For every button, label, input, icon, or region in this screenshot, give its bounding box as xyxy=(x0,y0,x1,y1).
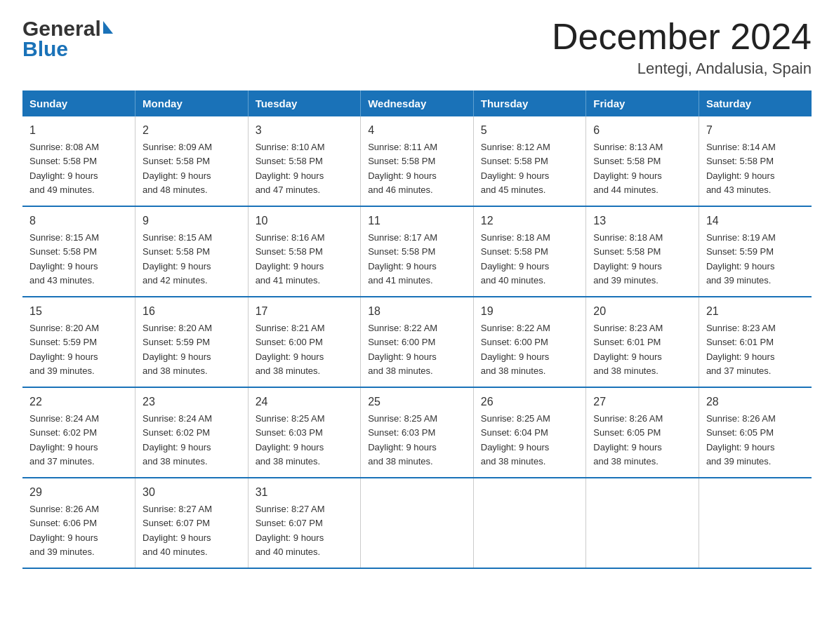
day-number: 10 xyxy=(256,213,354,229)
calendar-cell: 12Sunrise: 8:18 AMSunset: 5:58 PMDayligh… xyxy=(473,206,586,297)
day-number: 22 xyxy=(29,394,128,410)
day-number: 29 xyxy=(29,484,128,501)
weekday-header-wednesday: Wednesday xyxy=(361,90,474,116)
calendar-cell: 24Sunrise: 8:25 AMSunset: 6:03 PMDayligh… xyxy=(248,387,361,478)
day-info: Sunrise: 8:23 AMSunset: 6:01 PMDaylight:… xyxy=(706,323,776,376)
calendar-cell xyxy=(586,478,699,568)
day-info: Sunrise: 8:15 AMSunset: 5:58 PMDaylight:… xyxy=(143,232,212,286)
day-info: Sunrise: 8:12 AMSunset: 5:58 PMDaylight:… xyxy=(481,142,550,195)
day-info: Sunrise: 8:26 AMSunset: 6:05 PMDaylight:… xyxy=(593,413,663,467)
day-number: 23 xyxy=(143,394,241,410)
day-number: 8 xyxy=(29,213,128,229)
logo-arrow-icon xyxy=(103,21,113,34)
weekday-header-tuesday: Tuesday xyxy=(248,90,361,116)
day-number: 17 xyxy=(256,303,354,320)
day-info: Sunrise: 8:25 AMSunset: 6:03 PMDaylight:… xyxy=(256,413,325,467)
day-number: 30 xyxy=(143,484,241,501)
day-number: 3 xyxy=(256,122,354,139)
day-info: Sunrise: 8:19 AMSunset: 5:59 PMDaylight:… xyxy=(706,232,776,286)
day-number: 7 xyxy=(706,122,805,139)
calendar-cell: 22Sunrise: 8:24 AMSunset: 6:02 PMDayligh… xyxy=(22,387,135,478)
calendar-week-row: 29Sunrise: 8:26 AMSunset: 6:06 PMDayligh… xyxy=(22,478,812,568)
day-info: Sunrise: 8:14 AMSunset: 5:58 PMDaylight:… xyxy=(706,142,776,195)
day-number: 21 xyxy=(706,303,805,320)
day-info: Sunrise: 8:11 AMSunset: 5:58 PMDaylight:… xyxy=(368,142,437,195)
calendar-week-row: 1Sunrise: 8:08 AMSunset: 5:58 PMDaylight… xyxy=(22,116,812,206)
day-info: Sunrise: 8:10 AMSunset: 5:58 PMDaylight:… xyxy=(256,142,325,195)
calendar-cell: 26Sunrise: 8:25 AMSunset: 6:04 PMDayligh… xyxy=(473,387,586,478)
calendar-cell: 20Sunrise: 8:23 AMSunset: 6:01 PMDayligh… xyxy=(586,297,699,387)
calendar-cell: 17Sunrise: 8:21 AMSunset: 6:00 PMDayligh… xyxy=(248,297,361,387)
logo-blue-text: Blue xyxy=(22,37,113,60)
day-number: 4 xyxy=(368,122,466,139)
calendar-cell: 5Sunrise: 8:12 AMSunset: 5:58 PMDaylight… xyxy=(473,116,586,206)
day-number: 27 xyxy=(593,394,691,410)
calendar-cell: 25Sunrise: 8:25 AMSunset: 6:03 PMDayligh… xyxy=(361,387,474,478)
day-number: 14 xyxy=(706,213,805,229)
day-info: Sunrise: 8:23 AMSunset: 6:01 PMDaylight:… xyxy=(593,323,663,376)
weekday-header-thursday: Thursday xyxy=(473,90,586,116)
day-number: 15 xyxy=(29,303,128,320)
calendar-cell: 9Sunrise: 8:15 AMSunset: 5:58 PMDaylight… xyxy=(135,206,249,297)
calendar-cell: 13Sunrise: 8:18 AMSunset: 5:58 PMDayligh… xyxy=(586,206,699,297)
weekday-header-friday: Friday xyxy=(586,90,699,116)
calendar-body: 1Sunrise: 8:08 AMSunset: 5:58 PMDaylight… xyxy=(22,116,812,568)
calendar-cell: 8Sunrise: 8:15 AMSunset: 5:58 PMDaylight… xyxy=(22,206,135,297)
calendar-cell: 29Sunrise: 8:26 AMSunset: 6:06 PMDayligh… xyxy=(22,478,135,568)
day-number: 19 xyxy=(481,303,579,320)
day-info: Sunrise: 8:20 AMSunset: 5:59 PMDaylight:… xyxy=(143,323,212,376)
weekday-header-row: SundayMondayTuesdayWednesdayThursdayFrid… xyxy=(22,90,812,116)
day-info: Sunrise: 8:13 AMSunset: 5:58 PMDaylight:… xyxy=(593,142,663,195)
weekday-header-sunday: Sunday xyxy=(22,90,135,116)
day-info: Sunrise: 8:22 AMSunset: 6:00 PMDaylight:… xyxy=(481,323,550,376)
calendar-cell: 18Sunrise: 8:22 AMSunset: 6:00 PMDayligh… xyxy=(361,297,474,387)
day-number: 6 xyxy=(593,122,691,139)
weekday-header-monday: Monday xyxy=(135,90,249,116)
calendar-cell xyxy=(361,478,474,568)
calendar-cell: 14Sunrise: 8:19 AMSunset: 5:59 PMDayligh… xyxy=(699,206,812,297)
day-number: 24 xyxy=(256,394,354,410)
day-info: Sunrise: 8:26 AMSunset: 6:06 PMDaylight:… xyxy=(29,504,99,557)
calendar-week-row: 8Sunrise: 8:15 AMSunset: 5:58 PMDaylight… xyxy=(22,206,812,297)
calendar-week-row: 15Sunrise: 8:20 AMSunset: 5:59 PMDayligh… xyxy=(22,297,812,387)
calendar-cell: 6Sunrise: 8:13 AMSunset: 5:58 PMDaylight… xyxy=(586,116,699,206)
calendar-cell: 28Sunrise: 8:26 AMSunset: 6:05 PMDayligh… xyxy=(699,387,812,478)
day-number: 25 xyxy=(368,394,466,410)
day-info: Sunrise: 8:22 AMSunset: 6:00 PMDaylight:… xyxy=(368,323,437,376)
calendar-cell: 11Sunrise: 8:17 AMSunset: 5:58 PMDayligh… xyxy=(361,206,474,297)
day-number: 28 xyxy=(706,394,805,410)
day-info: Sunrise: 8:08 AMSunset: 5:58 PMDaylight:… xyxy=(29,142,99,195)
title-block: December 2024 Lentegi, Andalusia, Spain xyxy=(552,17,812,78)
day-number: 2 xyxy=(143,122,241,139)
calendar-cell: 1Sunrise: 8:08 AMSunset: 5:58 PMDaylight… xyxy=(22,116,135,206)
day-number: 16 xyxy=(143,303,241,320)
calendar-week-row: 22Sunrise: 8:24 AMSunset: 6:02 PMDayligh… xyxy=(22,387,812,478)
calendar-cell: 21Sunrise: 8:23 AMSunset: 6:01 PMDayligh… xyxy=(699,297,812,387)
calendar-cell: 31Sunrise: 8:27 AMSunset: 6:07 PMDayligh… xyxy=(248,478,361,568)
day-info: Sunrise: 8:24 AMSunset: 6:02 PMDaylight:… xyxy=(29,413,99,467)
day-number: 1 xyxy=(29,122,128,139)
page-header: General Blue December 2024 Lentegi, Anda… xyxy=(22,17,812,78)
weekday-header-saturday: Saturday xyxy=(699,90,812,116)
day-number: 11 xyxy=(368,213,466,229)
calendar-subtitle: Lentegi, Andalusia, Spain xyxy=(552,60,812,78)
day-info: Sunrise: 8:25 AMSunset: 6:03 PMDaylight:… xyxy=(368,413,437,467)
day-number: 9 xyxy=(143,213,241,229)
calendar-cell: 19Sunrise: 8:22 AMSunset: 6:00 PMDayligh… xyxy=(473,297,586,387)
calendar-table: SundayMondayTuesdayWednesdayThursdayFrid… xyxy=(22,90,812,569)
day-number: 26 xyxy=(481,394,579,410)
calendar-cell: 27Sunrise: 8:26 AMSunset: 6:05 PMDayligh… xyxy=(586,387,699,478)
logo: General Blue xyxy=(22,17,113,60)
calendar-cell: 7Sunrise: 8:14 AMSunset: 5:58 PMDaylight… xyxy=(699,116,812,206)
calendar-cell: 2Sunrise: 8:09 AMSunset: 5:58 PMDaylight… xyxy=(135,116,249,206)
calendar-cell: 30Sunrise: 8:27 AMSunset: 6:07 PMDayligh… xyxy=(135,478,249,568)
calendar-cell: 4Sunrise: 8:11 AMSunset: 5:58 PMDaylight… xyxy=(361,116,474,206)
calendar-cell: 16Sunrise: 8:20 AMSunset: 5:59 PMDayligh… xyxy=(135,297,249,387)
calendar-header: SundayMondayTuesdayWednesdayThursdayFrid… xyxy=(22,90,812,116)
day-info: Sunrise: 8:26 AMSunset: 6:05 PMDaylight:… xyxy=(706,413,776,467)
day-info: Sunrise: 8:18 AMSunset: 5:58 PMDaylight:… xyxy=(593,232,663,286)
day-number: 20 xyxy=(593,303,691,320)
day-number: 31 xyxy=(256,484,354,501)
day-info: Sunrise: 8:21 AMSunset: 6:00 PMDaylight:… xyxy=(256,323,325,376)
day-info: Sunrise: 8:17 AMSunset: 5:58 PMDaylight:… xyxy=(368,232,437,286)
